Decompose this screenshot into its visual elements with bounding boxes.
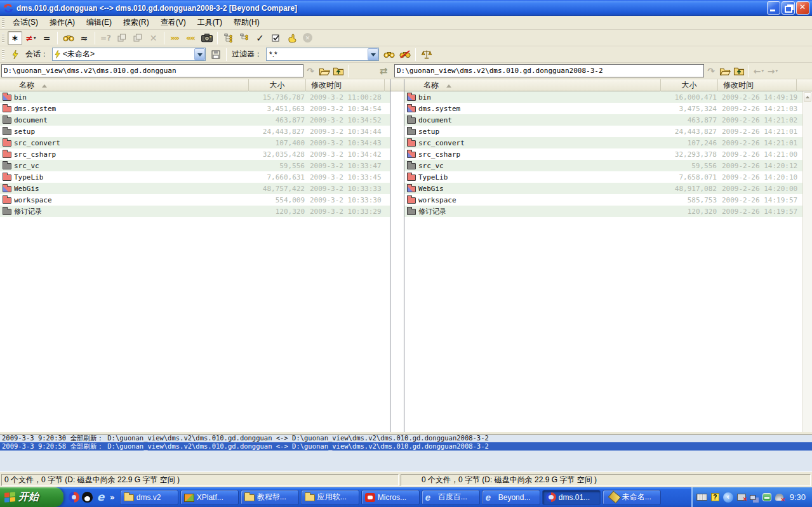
- expand-all-button[interactable]: [221, 31, 236, 45]
- show-differences-button[interactable]: ≠▾: [23, 31, 38, 45]
- table-row[interactable]: document 463,877 2009-2-26 14:21:02: [404, 114, 812, 126]
- compare-criteria-button[interactable]: [419, 48, 434, 62]
- muted-device-icon[interactable]: [737, 494, 746, 501]
- save-session-button[interactable]: [208, 48, 223, 62]
- left-refresh-button[interactable]: ↷: [303, 64, 317, 78]
- taskbar-button[interactable]: 百度百...: [422, 490, 480, 505]
- table-row[interactable]: setup 24,443,827 2009-2-26 14:21:01: [404, 126, 812, 137]
- taskbar-button[interactable]: Micros...: [361, 490, 420, 505]
- scroll-up-button[interactable]: [804, 92, 811, 102]
- close-button[interactable]: [796, 1, 809, 15]
- table-row[interactable]: WebGis 48,917,082 2009-2-26 14:20:00: [404, 183, 812, 194]
- table-row[interactable]: src_csharp 32,035,428 2009-3-2 10:34:42: [0, 148, 390, 160]
- table-row[interactable]: bin 15,736,787 2009-3-2 11:00:28: [0, 91, 390, 103]
- quicklaunch-overflow-chevron[interactable]: »: [110, 492, 115, 502]
- wireless-off-icon[interactable]: [775, 494, 783, 501]
- sync-to-right-button[interactable]: »»: [168, 31, 182, 45]
- table-row[interactable]: dms.system 3,451,663 2009-3-2 10:34:54: [0, 103, 390, 114]
- right-refresh-button[interactable]: ↷: [704, 64, 718, 78]
- table-row[interactable]: setup 24,443,827 2009-3-2 10:34:44: [0, 126, 390, 137]
- column-header-size[interactable]: 大小: [661, 79, 718, 91]
- copy-to-right-button[interactable]: [114, 31, 129, 45]
- column-header-modified[interactable]: 修改时间: [718, 79, 797, 91]
- filter-dropdown-button[interactable]: [368, 48, 378, 60]
- sync-to-left-button[interactable]: ««: [183, 31, 198, 45]
- restore-button[interactable]: [782, 1, 795, 15]
- log-entry[interactable]: 2009-3-3 9:20:58 全部刷新： D:\guonan_view\dm…: [0, 442, 812, 451]
- table-row[interactable]: WebGis 48,757,422 2009-3-2 10:33:33: [0, 183, 390, 194]
- show-same-button[interactable]: =: [39, 31, 54, 45]
- column-header-name[interactable]: 名称: [14, 79, 249, 91]
- table-row[interactable]: 修订记录 120,320 2009-2-26 14:19:57: [404, 206, 812, 217]
- taskbar-button[interactable]: 教程帮...: [241, 490, 299, 505]
- table-row[interactable]: src_vc 59,556 2009-3-2 10:33:47: [0, 160, 390, 171]
- table-row[interactable]: document 463,877 2009-3-2 10:34:52: [0, 114, 390, 126]
- toolbar-grip[interactable]: [2, 49, 4, 60]
- right-path-input[interactable]: [394, 64, 704, 77]
- keyboard-input-icon[interactable]: [696, 494, 707, 501]
- table-row[interactable]: TypeLib 7,658,071 2009-2-26 14:20:10: [404, 171, 812, 183]
- column-header-modified[interactable]: 修改时间: [306, 79, 385, 91]
- toggle-checkbox-button[interactable]: [269, 31, 283, 45]
- show-filtered-button[interactable]: [382, 48, 396, 62]
- snapshot-button[interactable]: [199, 31, 214, 45]
- help-icon[interactable]: ?: [711, 493, 719, 501]
- delete-button[interactable]: ✕: [146, 31, 161, 45]
- menu-item[interactable]: 工具(T): [192, 16, 228, 29]
- app-tray-icon[interactable]: [762, 493, 771, 501]
- copy-to-left-button[interactable]: [130, 31, 145, 45]
- left-path-input[interactable]: [1, 64, 303, 77]
- show-all-button[interactable]: *: [8, 31, 22, 45]
- back-button[interactable]: ←▾: [752, 64, 766, 78]
- menu-item[interactable]: 搜索(R): [117, 16, 155, 29]
- column-header-size[interactable]: 大小: [249, 79, 306, 91]
- menu-item[interactable]: 操作(A): [44, 16, 81, 29]
- collapse-all-button[interactable]: [237, 31, 251, 45]
- menu-item[interactable]: 帮助(H): [228, 16, 265, 29]
- table-row[interactable]: src_convert 107,400 2009-3-2 10:34:43: [0, 137, 390, 148]
- table-row[interactable]: workspace 585,753 2009-2-26 14:19:57: [404, 194, 812, 206]
- menu-item[interactable]: 编辑(E): [81, 16, 117, 29]
- rules-hand-button[interactable]: [284, 31, 299, 45]
- session-dropdown-button[interactable]: [194, 48, 205, 60]
- left-browse-folder-button[interactable]: [317, 64, 331, 78]
- right-parent-folder-button[interactable]: [732, 64, 746, 78]
- log-entry[interactable]: 2009-3-3 9:20:30 全部刷新： D:\guonan_view\dm…: [0, 434, 812, 442]
- taskbar-button[interactable]: dms.01...: [542, 490, 601, 505]
- stop-button[interactable]: ✕: [300, 31, 315, 45]
- minimize-button[interactable]: [767, 1, 780, 15]
- session-combobox[interactable]: <未命名>: [52, 48, 206, 61]
- taskbar-button[interactable]: XPlatf...: [180, 490, 239, 505]
- quicklaunch-app-icon[interactable]: [69, 492, 79, 503]
- hide-filtered-button[interactable]: [397, 48, 412, 62]
- table-row[interactable]: TypeLib 7,660,631 2009-3-2 10:33:45: [0, 171, 390, 183]
- compare-contents-button[interactable]: [61, 31, 76, 45]
- start-button[interactable]: 开始: [0, 487, 63, 507]
- table-row[interactable]: 修订记录 120,320 2009-3-2 10:33:29: [0, 206, 390, 217]
- taskbar-button[interactable]: 应用软...: [301, 490, 359, 505]
- taskbar-button[interactable]: Beyond...: [482, 490, 540, 505]
- taskbar-button[interactable]: 未命名...: [602, 490, 661, 505]
- right-browse-folder-button[interactable]: [718, 64, 732, 78]
- rules-compare-button[interactable]: =?: [98, 31, 113, 45]
- table-row[interactable]: bin 16,000,471 2009-2-26 14:49:19: [404, 91, 812, 103]
- menu-item[interactable]: 查看(V): [155, 16, 192, 29]
- column-header-name[interactable]: 名称: [418, 79, 661, 91]
- menu-item[interactable]: 会话(S): [7, 16, 44, 29]
- network-connection-icon[interactable]: [750, 495, 755, 500]
- table-row[interactable]: src_csharp 32,293,378 2009-2-26 14:21:00: [404, 148, 812, 160]
- left-parent-folder-button[interactable]: [331, 64, 345, 78]
- quick-compare-button[interactable]: ≈: [77, 31, 91, 45]
- quicklaunch-qq-icon[interactable]: [82, 492, 93, 503]
- table-row[interactable]: workspace 554,009 2009-3-2 10:33:30: [0, 194, 390, 206]
- collapse-tray-chevron-icon[interactable]: ‹: [723, 492, 733, 503]
- forward-button[interactable]: →▾: [766, 64, 780, 78]
- table-row[interactable]: src_vc 59,556 2009-2-26 14:20:12: [404, 160, 812, 171]
- quicklaunch-ie-icon[interactable]: e: [95, 492, 106, 503]
- vertical-scrollbar[interactable]: [802, 91, 812, 432]
- table-row[interactable]: dms.system 3,475,324 2009-2-26 14:21:03: [404, 103, 812, 114]
- toolbar-grip[interactable]: [2, 18, 4, 28]
- filter-combobox[interactable]: *.*: [266, 48, 379, 61]
- select-files-button[interactable]: ✓: [253, 31, 267, 45]
- swap-sides-button[interactable]: ⇄: [376, 64, 390, 78]
